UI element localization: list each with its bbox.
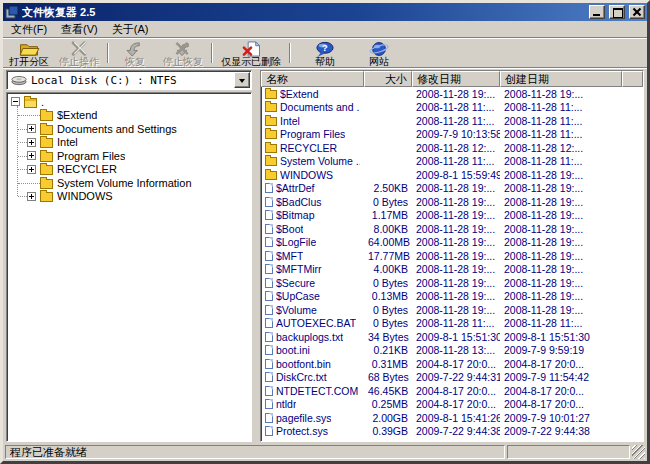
folder-row[interactable]: Documents and ...2008-11-28 11:...2008-1… [261,101,643,115]
folder-row[interactable]: Program Files2009-7-9 10:13:582008-11-28… [261,128,643,142]
maximize-button[interactable] [609,5,625,19]
file-row[interactable]: $MFTMirr4.00KB2008-11-28 19:...2008-11-2… [261,263,643,277]
window-title: 文件恢复器 2.5 [22,3,585,21]
tree-item[interactable]: Program Files [7,149,251,163]
folder-icon [40,111,53,121]
file-row[interactable]: $Bitmap1.17MB2008-11-28 19:...2008-11-28… [261,209,643,223]
toolbar-stop-recover-button[interactable]: 停止恢复 [158,40,208,66]
name-cell: $LogFile [261,236,364,248]
size-cell: 68 Bytes [364,371,412,383]
name-cell: WINDOWS [261,169,364,181]
tree-item[interactable]: System Volume Information [7,176,251,190]
toolbar-recover-button[interactable]: 恢复 [112,40,158,66]
menu-item-view[interactable]: 查看(V) [54,21,105,38]
menu-item-file[interactable]: 文件(F) [4,21,54,38]
file-row[interactable]: $BadClus0 Bytes2008-11-28 19:...2008-11-… [261,195,643,209]
file-name: System Volume ... [280,155,360,167]
file-icon [265,359,273,369]
tree-item[interactable]: Documents and Settings [7,122,251,136]
toolbar-website-button[interactable]: 网站 [356,40,402,66]
column-header-modified[interactable]: 修改日期 [412,71,500,87]
file-row[interactable]: AUTOEXEC.BAT0 Bytes2008-11-28 11:...2008… [261,317,643,331]
folder-row[interactable]: $Extend2008-11-28 19:...2008-11-28 19:..… [261,87,643,101]
file-icon [265,224,273,234]
tree-item[interactable]: WINDOWS [7,190,251,204]
folder-row[interactable]: WINDOWS2009-8-1 15:59:492008-11-28 19:..… [261,168,643,182]
name-cell: $Volume [261,304,364,316]
size-cell: 1.17MB [364,209,412,221]
file-row[interactable]: $UpCase0.13MB2008-11-28 19:...2008-11-28… [261,290,643,304]
tree-item[interactable]: $Extend [7,109,251,123]
toolbar-open-partition-button[interactable]: 打开分区 [4,40,54,66]
file-row[interactable]: $Secure0 Bytes2008-11-28 19:...2008-11-2… [261,276,643,290]
file-row[interactable]: $Volume0 Bytes2008-11-28 19:...2008-11-2… [261,303,643,317]
folder-row[interactable]: RECYCLER2008-11-28 12:...2008-11-28 12:.… [261,141,643,155]
drive-selector[interactable]: Local Disk (C:) : NTFS [6,70,252,90]
column-header-created[interactable]: 创建日期 [500,71,622,87]
tree-item[interactable]: RECYCLER [7,163,251,177]
toolbar-website-label: 网站 [369,57,389,67]
file-row[interactable]: ntldr0.25MB2004-8-17 20:0...2004-8-17 20… [261,398,643,412]
deleted-doc-icon [240,41,262,57]
file-row[interactable]: Protect.sys0.39GB2009-7-22 9:44:382009-7… [261,425,643,439]
tree-item[interactable]: Intel [7,136,251,150]
folder-icon [40,179,53,189]
file-name: Protect.sys [276,425,328,437]
created-cell: 2008-11-28 19:... [500,277,622,289]
toolbar-stop-operation-button[interactable]: 停止操作 [54,40,104,66]
folder-row[interactable]: System Volume ...2008-11-28 11:...2008-1… [261,155,643,169]
folder-icon [265,90,277,99]
stop-icon [68,41,90,57]
toolbar-show-deleted-only-button[interactable]: 仅显示已删除 [216,40,286,66]
dropdown-arrow-icon[interactable] [234,72,250,88]
file-icon [265,278,273,288]
file-icon [265,399,273,409]
expand-plus-icon[interactable] [27,192,36,201]
tree-item-label: Program Files [57,150,125,162]
file-icon [265,183,273,193]
folder-row[interactable]: Intel2008-11-28 11:...2008-11-28 11:... [261,114,643,128]
modified-cell: 2008-11-28 19:... [412,263,500,275]
file-row[interactable]: NTDETECT.COM46.45KB2004-8-17 20:0...2004… [261,384,643,398]
expand-plus-icon[interactable] [27,124,36,133]
created-cell: 2008-11-28 19:... [500,196,622,208]
created-cell: 2008-11-28 11:... [500,317,622,329]
pane-splitter[interactable] [252,70,260,442]
file-row[interactable]: pagefile.sys2.00GB2009-8-1 15:41:262009-… [261,411,643,425]
file-row[interactable]: backuplogs.txt34 Bytes2009-8-1 15:51:302… [261,330,643,344]
created-cell: 2009-8-1 15:51:30 [500,331,622,343]
modified-cell: 2008-11-28 19:... [412,196,500,208]
modified-cell: 2008-11-28 11:... [412,115,500,127]
expand-plus-icon[interactable] [27,151,36,160]
expand-plus-icon[interactable] [27,138,36,147]
resize-grip[interactable] [632,445,645,459]
menu-item-about[interactable]: 关于(A) [105,21,156,38]
collapse-minus-icon[interactable] [11,97,20,106]
column-header-size[interactable]: 大小 [364,71,412,87]
file-row[interactable]: $Boot8.00KB2008-11-28 19:...2008-11-28 1… [261,222,643,236]
expand-plus-icon[interactable] [27,165,36,174]
file-row[interactable]: boot.ini0.21KB2008-11-28 13:...2009-7-9 … [261,344,643,358]
close-button[interactable] [629,5,645,19]
file-row[interactable]: DiskCrc.txt68 Bytes2009-7-22 9:44:312009… [261,371,643,385]
tree-item[interactable]: . [7,95,251,109]
file-row[interactable]: $MFT17.77MB2008-11-28 19:...2008-11-28 1… [261,249,643,263]
created-cell: 2008-11-28 19:... [500,223,622,235]
size-cell: 4.00KB [364,263,412,275]
column-header-blank[interactable] [622,71,643,87]
file-row[interactable]: $LogFile64.00MB2008-11-28 19:...2008-11-… [261,236,643,250]
file-row[interactable]: $AttrDef2.50KB2008-11-28 19:...2008-11-2… [261,182,643,196]
file-icon [265,372,273,382]
main-area: Local Disk (C:) : NTFS .$ExtendDocuments… [3,68,647,443]
column-header-name[interactable]: 名称 [261,71,364,87]
toolbar-help-button[interactable]: ?帮助 [302,40,348,66]
file-icon [265,332,273,342]
tree-item-label: Intel [57,136,78,148]
file-icon [265,413,273,423]
file-name: RECYCLER [280,142,337,154]
minimize-button[interactable] [589,5,605,19]
toolbar-open-partition-label: 打开分区 [9,57,49,67]
file-row[interactable]: bootfont.bin0.31MB2004-8-17 20:0...2004-… [261,357,643,371]
file-icon [265,345,273,355]
menu-bar: 文件(F)查看(V)关于(A) [3,21,647,38]
